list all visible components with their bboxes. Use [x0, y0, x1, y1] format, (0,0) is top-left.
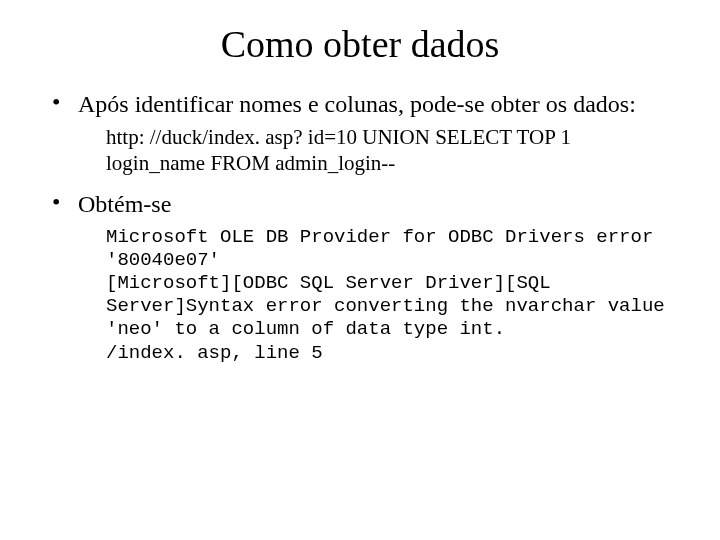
bullet-list: Após identificar nomes e colunas, pode-s… — [50, 90, 670, 365]
slide-title: Como obter dados — [50, 22, 670, 66]
bullet-text: Obtém-se — [78, 190, 670, 219]
slide: Como obter dados Após identificar nomes … — [0, 0, 720, 540]
bullet-subtext: http: //duck/index. asp? id=10 UNION SEL… — [106, 125, 670, 176]
bullet-text: Após identificar nomes e colunas, pode-s… — [78, 90, 670, 119]
bullet-subtext-code: Microsoft OLE DB Provider for ODBC Drive… — [106, 226, 670, 365]
list-item: Obtém-se Microsoft OLE DB Provider for O… — [50, 190, 670, 364]
list-item: Após identificar nomes e colunas, pode-s… — [50, 90, 670, 176]
